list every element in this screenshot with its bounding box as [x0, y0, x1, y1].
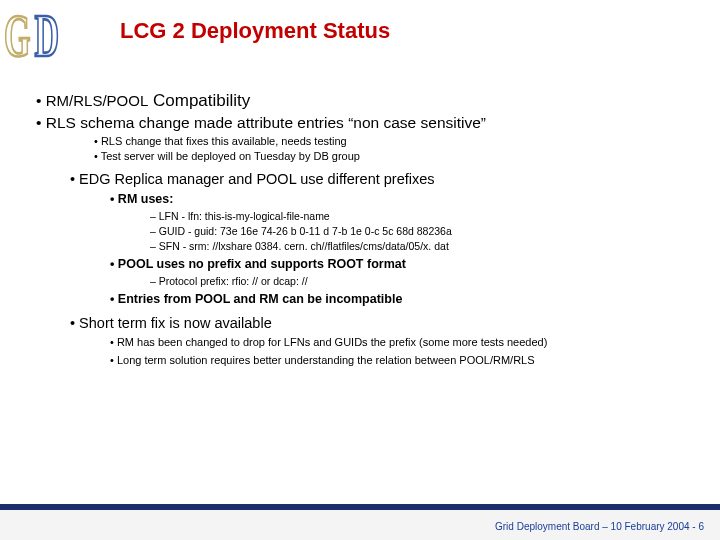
- slide: GD LCG 2 Deployment Status RM/RLS/POOL C…: [0, 0, 720, 540]
- bullet-short-term-fix-text: Short term fix is now available: [79, 315, 272, 331]
- bullet-entries-incompat: Entries from POOL and RM can be incompat…: [110, 292, 690, 308]
- logo-letter-d: D: [34, 2, 63, 69]
- bullet-rls-schema: RLS schema change made attribute entries…: [36, 113, 690, 164]
- bullet-protocol-prefix: Protocol prefix: rfio: // or dcap: //: [150, 275, 690, 288]
- logo-letter-g: G: [4, 2, 34, 69]
- logo: GD: [4, 2, 63, 70]
- bullet-pool-no-prefix-text: POOL uses no prefix and supports ROOT fo…: [118, 257, 406, 271]
- bullet-rm-uses: RM uses: LFN - lfn: this-is-my-logical-f…: [110, 192, 690, 253]
- footer-text: Grid Deployment Board – 10 February 2004…: [495, 521, 704, 532]
- slide-title: LCG 2 Deployment Status: [120, 18, 390, 44]
- bullet-compatibility-lead: RM/RLS/POOL: [46, 92, 149, 109]
- bullet-lfn: LFN - lfn: this-is-my-logical-file-name: [150, 210, 690, 223]
- bullet-sfn: SFN - srm: //lxshare 0384. cern. ch//fla…: [150, 240, 690, 253]
- bullet-compatibility-rest: Compatibility: [148, 91, 250, 110]
- bullet-compatibility: RM/RLS/POOL Compatibility: [36, 90, 690, 111]
- bullet-pool-no-prefix: POOL uses no prefix and supports ROOT fo…: [110, 257, 690, 288]
- bullet-long-term: Long term solution requires better under…: [110, 354, 690, 368]
- bullet-short-term-fix: Short term fix is now available RM has b…: [70, 314, 690, 368]
- bullet-rls-change: RLS change that fixes this available, ne…: [94, 135, 690, 149]
- bullet-test-server: Test server will be deployed on Tuesday …: [94, 150, 690, 164]
- bullet-edg-replica: EDG Replica manager and POOL use differe…: [70, 170, 690, 308]
- bullet-rls-schema-text: RLS schema change made attribute entries…: [46, 114, 486, 131]
- bullet-edg-replica-text: EDG Replica manager and POOL use differe…: [79, 171, 434, 187]
- bullet-guid: GUID - guid: 73e 16e 74-26 b 0-11 d 7-b …: [150, 225, 690, 238]
- bullet-rm-changed: RM has been changed to drop for LFNs and…: [110, 336, 690, 350]
- footer: Grid Deployment Board – 10 February 2004…: [0, 510, 720, 540]
- bullet-rm-uses-text: RM uses:: [118, 192, 174, 206]
- content: RM/RLS/POOL Compatibility RLS schema cha…: [36, 90, 690, 367]
